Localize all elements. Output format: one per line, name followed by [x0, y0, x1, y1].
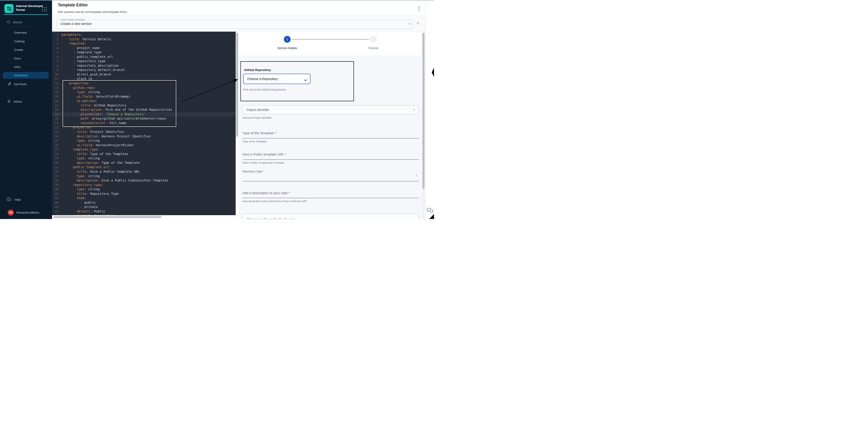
code-line: 13 github_repo:	[52, 86, 236, 90]
repo-description-input[interactable]: Add a description to your repo *	[243, 191, 290, 195]
sidebar-item-docs[interactable]: Docs	[0, 55, 52, 62]
public-template-url-underline	[243, 159, 419, 160]
project-identifier-placeholder: Project Identifier	[246, 108, 269, 112]
sidebar-item-label: Overview	[14, 31, 27, 34]
search-underline	[13, 26, 49, 27]
repo-description-helper: Auto-generated using Self-Service-Flow o…	[243, 200, 307, 202]
right-edge-artifact-top	[432, 68, 434, 77]
code-line: 27 template_type:	[52, 147, 236, 152]
page-title: Template Editor	[58, 3, 88, 7]
template-editor-page: Internal Developer Portal Search Overvie…	[0, 0, 434, 219]
sidebar-item-label: Create	[14, 48, 23, 52]
code-line: 8 - repositoty_description	[52, 64, 236, 68]
project-identifier-helper: Harness Project Identifier	[243, 116, 272, 119]
github-repository-select[interactable]: Choose a Repository	[243, 74, 311, 84]
kebab-menu-icon[interactable]	[417, 6, 421, 11]
step-2-circle[interactable]: 2	[370, 36, 377, 43]
code-line: 26 ui:field: HarnessProjectPicker	[52, 143, 236, 147]
code-line: 30 description: Type of the Template	[52, 161, 236, 165]
code-line: 37 title: Repository Type	[52, 192, 236, 196]
editor-horizontal-scrollbar-thumb[interactable]	[53, 216, 161, 218]
code-line: 9 - repository_default_branch	[52, 68, 236, 72]
code-line: 40 - private	[52, 205, 236, 209]
help-label: Help	[14, 198, 21, 201]
code-line: 12 properties:	[52, 81, 236, 86]
sidebar-item-help[interactable]: ? Help	[0, 196, 52, 203]
user-name: Himanshu Mishra	[16, 211, 39, 214]
template-type-underline	[243, 138, 419, 139]
help-icon: ?	[6, 197, 11, 202]
code-line: 21 valueSelector: full_name	[52, 121, 236, 126]
code-line: 4 - project_name	[52, 46, 236, 50]
sidebar-divider	[4, 93, 49, 93]
dropdown-caret-icon[interactable]: ▼	[415, 175, 417, 177]
page-subtitle: Edit, preview, and try out templates and…	[58, 10, 127, 13]
repository-type-underline	[243, 181, 419, 181]
load-existing-template-label: Load Existing Template	[59, 18, 86, 21]
dropdown-caret-icon[interactable]: ▼	[408, 23, 410, 25]
code-line: 28 title: Type of the Template	[52, 152, 236, 157]
sidebar-item-label: Catalog	[14, 39, 25, 43]
search-placeholder: Search	[13, 21, 22, 24]
code-line: 10 - direct_push_branch	[52, 72, 236, 77]
idp-logo[interactable]	[4, 4, 13, 13]
right-edge-artifact-bottom	[429, 214, 434, 219]
code-line: 5 - template_type	[52, 50, 236, 55]
chat-widget-icon[interactable]	[427, 207, 433, 215]
code-line: 29 type: string	[52, 156, 236, 161]
sidebar-item-workflows[interactable]: Workflows	[3, 72, 49, 79]
form-vertical-scrollbar-thumb[interactable]	[423, 33, 425, 189]
step-1-circle[interactable]: 1	[284, 36, 290, 43]
sidebar-item-label: DevTools	[14, 82, 27, 86]
code-line: 41 default: Public	[52, 209, 236, 214]
svg-text:?: ?	[8, 198, 9, 200]
github-repository-helper: Pick one of the GitHub Repositories	[243, 88, 286, 91]
sidebar-item-create[interactable]: Create	[0, 46, 52, 53]
gear-icon: ⚙	[7, 100, 10, 103]
code-lines: 1parameters:2 - title: Service Details3 …	[52, 33, 236, 215]
sidebar-item-apis[interactable]: APIs	[0, 64, 52, 70]
sidebar-item-catalog[interactable]: Catalog	[0, 38, 52, 44]
sidebar-item-label: Workflows	[14, 74, 28, 77]
yaml-code-editor[interactable]: 1parameters:2 - title: Service Details3 …	[52, 32, 236, 215]
code-line: 22 projectId:	[52, 125, 236, 130]
code-line: 32 title: Give a Public template URL	[52, 169, 236, 174]
search-icon	[7, 20, 11, 25]
page-header: Template Editor Edit, preview, and try o…	[52, 0, 425, 16]
admin-label: Admin	[13, 100, 22, 103]
sidebar-user[interactable]: HM Himanshu Mishra	[0, 208, 52, 216]
sidebar-search[interactable]: Search	[0, 19, 52, 26]
sidebar-brand-title: Internal Developer Portal	[16, 4, 43, 12]
sidebar-item-label: Docs	[14, 57, 21, 60]
load-existing-template-select[interactable]	[57, 20, 412, 29]
code-line: 36 type: string	[52, 187, 236, 192]
owner-select[interactable]: Choose an Owner for the Service	[243, 214, 419, 219]
github-repository-label: GitHub Repository	[244, 68, 271, 72]
dropdown-caret-icon: ▼	[413, 109, 415, 111]
sidebar-item-overview[interactable]: Overview	[0, 29, 52, 36]
sidebar-item-devtools[interactable]: DevTools	[0, 81, 52, 88]
wrench-icon	[8, 82, 11, 86]
step-2-label: Review	[348, 46, 398, 50]
app-grid-icon[interactable]	[42, 6, 47, 12]
repo-description-underline	[243, 198, 419, 198]
repository-type-label: Repository Type *	[243, 170, 264, 173]
load-existing-template-value: Create a new service	[61, 22, 91, 26]
sidebar-item-admin[interactable]: ⚙ Admin	[0, 98, 52, 105]
code-line: 20 path: proxy/github-api/users/OrkoHunt…	[52, 116, 236, 121]
load-template-bar: Load Existing Template Create a new serv…	[52, 16, 425, 32]
project-identifier-select[interactable]: Project Identifier ▼	[243, 105, 419, 114]
chevron-down-icon	[304, 78, 307, 82]
clear-template-icon[interactable]: ×	[416, 21, 419, 25]
template-type-input[interactable]: Type of the Template *	[243, 131, 276, 135]
code-line: 34 description: Give a Public Cookiecutt…	[52, 178, 236, 183]
code-line: 33 type: string	[52, 174, 236, 178]
code-line: 6 - public_template_url	[52, 55, 236, 59]
code-line: 31 public_template_url:	[52, 165, 236, 169]
code-line: 19 placeholder: 'Choose a Repository'	[52, 112, 236, 116]
public-template-url-input[interactable]: Give a Public template URL *	[243, 152, 286, 156]
code-line: 23 title: Project Identifier	[52, 130, 236, 134]
code-line: 39 - public	[52, 200, 236, 205]
editor-vertical-scrollbar-thumb[interactable]	[236, 33, 238, 137]
stepper-connector	[292, 39, 369, 39]
